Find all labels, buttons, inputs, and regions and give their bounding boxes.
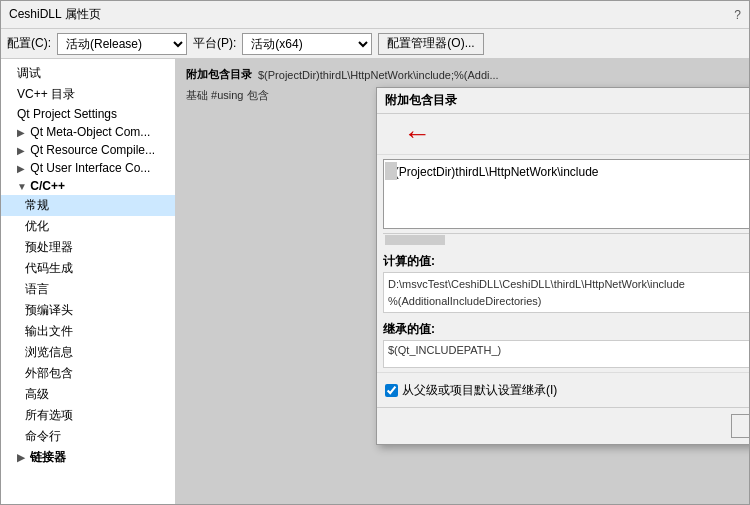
dialog-title-bar: 附加包含目录 ? ✕ [377,88,749,114]
expand-arrow-qt-meta: ▶ [17,127,27,138]
computed-section: 计算的值: D:\msvcTest\CeshiDLL\CeshiDLL\thir… [377,249,749,317]
dialog-toolbar: ← 🗁 ✕ ↓ ↑ [377,114,749,155]
sidebar-item-general[interactable]: 常规 [1,195,175,216]
sidebar-item-cpp-group[interactable]: ▼ C/C++ [1,177,175,195]
inherit-checkbox[interactable] [385,384,398,397]
sidebar-item-external[interactable]: 外部包含 [1,363,175,384]
computed-value: D:\msvcTest\CeshiDLL\CeshiDLL\thirdL\Htt… [383,272,749,313]
config-select[interactable]: 活动(Release) [57,33,187,55]
inherited-label: 继承的值: [383,321,749,338]
sidebar-item-all-options[interactable]: 所有选项 [1,405,175,426]
sidebar-item-browse[interactable]: 浏览信息 [1,342,175,363]
sidebar-item-precompile[interactable]: 预编译头 [1,300,175,321]
h-scrollbar[interactable] [383,233,749,245]
sidebar-item-qt-project[interactable]: Qt Project Settings [1,105,175,123]
sidebar-item-output[interactable]: 输出文件 [1,321,175,342]
inherited-value: $(Qt_INCLUDEPATH_) [383,340,749,368]
dialog-overlay: 附加包含目录 ? ✕ ← 🗁 [176,59,749,504]
title-bar: CeshiDLL 属性页 ? [1,1,749,29]
sidebar-item-codegen[interactable]: 代码生成 [1,258,175,279]
main-content: 附加包含目录 $(ProjectDir)thirdL\HttpNetWork\i… [176,59,749,504]
edit-scrollbar-thumb[interactable] [385,162,397,180]
sidebar-item-linker[interactable]: ▶ 链接器 [1,447,175,468]
body-area: 调试 VC++ 目录 Qt Project Settings ▶ Qt Meta… [1,59,749,504]
platform-label: 平台(P): [193,35,236,52]
ok-button[interactable]: 确定 [731,414,749,438]
sidebar-item-optimize[interactable]: 优化 [1,216,175,237]
inherited-value-text: $(Qt_INCLUDEPATH_) [388,344,501,356]
sidebar-item-debug[interactable]: 调试 [1,63,175,84]
window-title: CeshiDLL 属性页 [9,6,101,23]
config-label: 配置(C): [7,35,51,52]
dialog-title: 附加包含目录 [385,92,457,109]
checkbox-left: 从父级或项目默认设置继承(I) [385,382,557,399]
sidebar: 调试 VC++ 目录 Qt Project Settings ▶ Qt Meta… [1,59,176,504]
window-help[interactable]: ? [734,8,741,22]
sidebar-item-qt-resource[interactable]: ▶ Qt Resource Compile... [1,141,175,159]
config-bar: 配置(C): 活动(Release) 平台(P): 活动(x64) 配置管理器(… [1,29,749,59]
dialog-footer: 确定 取消 [377,407,749,444]
dialog-edit-area[interactable]: $(ProjectDir)thirdL\HttpNetWork\include [383,159,749,229]
edit-line-1: $(ProjectDir)thirdL\HttpNetWork\include [388,164,749,180]
sidebar-item-qt-ui[interactable]: ▶ Qt User Interface Co... [1,159,175,177]
sidebar-item-vc-dir[interactable]: VC++ 目录 [1,84,175,105]
expand-arrow-qt-ui: ▶ [17,163,27,174]
computed-label: 计算的值: [383,253,749,270]
main-window: CeshiDLL 属性页 ? 配置(C): 活动(Release) 平台(P):… [0,0,750,505]
expand-arrow-cpp: ▼ [17,181,27,192]
sidebar-item-preprocessor[interactable]: 预处理器 [1,237,175,258]
sidebar-item-advanced[interactable]: 高级 [1,384,175,405]
red-arrow-icon: ← [403,118,431,150]
sidebar-item-cmdline[interactable]: 命令行 [1,426,175,447]
computed-value-text: D:\msvcTest\CeshiDLL\CeshiDLL\thirdL\Htt… [388,276,749,309]
platform-select[interactable]: 活动(x64) [242,33,372,55]
checkbox-row: 从父级或项目默认设置继承(I) 宏(M) >> [377,372,749,407]
sidebar-item-language[interactable]: 语言 [1,279,175,300]
expand-arrow-linker: ▶ [17,452,27,463]
h-scrollbar-thumb[interactable] [385,235,445,245]
manager-button[interactable]: 配置管理器(O)... [378,33,483,55]
checkbox-label: 从父级或项目默认设置继承(I) [402,382,557,399]
expand-arrow-qt-resource: ▶ [17,145,27,156]
inherited-section: 继承的值: $(Qt_INCLUDEPATH_) [377,317,749,372]
dialog: 附加包含目录 ? ✕ ← 🗁 [376,87,749,445]
sidebar-item-qt-meta[interactable]: ▶ Qt Meta-Object Com... [1,123,175,141]
